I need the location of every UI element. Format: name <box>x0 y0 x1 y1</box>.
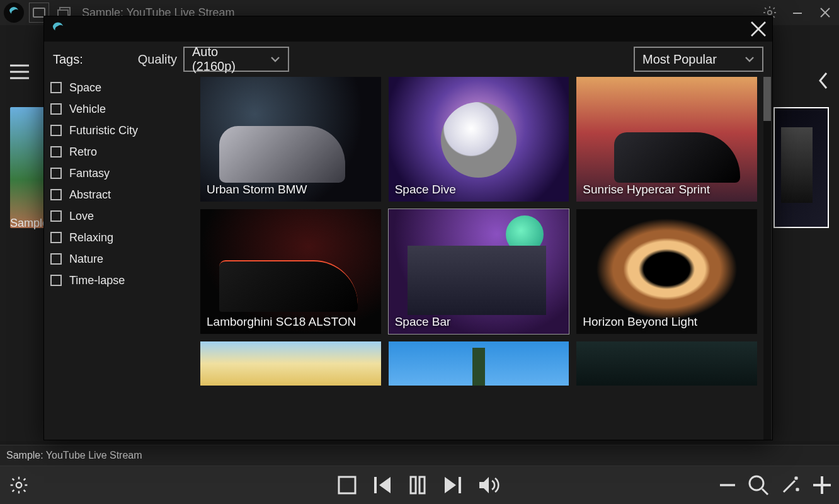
svg-rect-0 <box>33 8 45 17</box>
stop-button[interactable] <box>336 474 358 496</box>
tag-label: Time-lapse <box>69 274 125 287</box>
modal-logo-icon <box>49 20 67 38</box>
sort-select[interactable]: Most Popular <box>634 47 763 72</box>
tag-row[interactable]: Nature <box>50 248 194 270</box>
tag-row[interactable]: Love <box>50 205 194 227</box>
tag-row[interactable]: Futuristic City <box>50 120 194 141</box>
tag-label: Love <box>69 210 94 223</box>
gallery-card[interactable]: Urban Storm BMW <box>200 77 381 202</box>
card-title: Space Bar <box>395 315 451 329</box>
tags-header: Tags: <box>53 52 83 67</box>
scrollbar-thumb[interactable] <box>763 77 771 121</box>
card-title: Horizon Beyond Light <box>583 315 697 329</box>
previous-button[interactable] <box>372 474 393 496</box>
svg-marker-13 <box>379 477 391 493</box>
svg-point-3 <box>768 11 772 14</box>
checkbox[interactable] <box>50 82 62 93</box>
scene-thumbnail-left-label: Sample <box>10 217 49 230</box>
tag-label: Relaxing <box>69 231 113 244</box>
app-logo-icon <box>4 3 24 23</box>
checkbox[interactable] <box>50 103 62 115</box>
next-button[interactable] <box>442 474 464 496</box>
svg-rect-11 <box>339 477 355 493</box>
magic-wand-button[interactable] <box>780 474 801 496</box>
tag-label: Space <box>69 81 101 94</box>
checkbox[interactable] <box>50 189 62 200</box>
gallery-card[interactable]: Space Dive <box>389 77 569 202</box>
modal-close-button[interactable] <box>748 19 768 39</box>
tag-row[interactable]: Fantasy <box>50 163 194 184</box>
tag-label: Vehicle <box>69 103 106 116</box>
svg-point-20 <box>750 476 763 490</box>
checkbox[interactable] <box>50 232 62 243</box>
checkbox[interactable] <box>50 210 62 222</box>
tag-row[interactable]: Abstract <box>50 184 194 205</box>
zoom-out-button[interactable] <box>718 476 737 495</box>
card-thumbnail <box>200 341 381 386</box>
tag-row[interactable]: Space <box>50 77 194 98</box>
minimize-button[interactable] <box>784 0 811 25</box>
volume-button[interactable] <box>477 474 503 496</box>
svg-rect-14 <box>411 477 416 493</box>
svg-marker-18 <box>479 477 489 493</box>
gallery-card[interactable]: Horizon Beyond Light <box>576 209 757 334</box>
status-text: Sample: YouTube Live Stream <box>6 450 142 461</box>
tag-label: Futuristic City <box>69 124 138 137</box>
modal-header: Tags: Quality Auto (2160p) Most Popular <box>44 42 772 77</box>
svg-rect-12 <box>374 477 377 493</box>
card-title: Urban Storm BMW <box>207 183 307 197</box>
checkbox[interactable] <box>50 275 62 286</box>
svg-line-21 <box>762 489 768 495</box>
gallery-card[interactable] <box>576 341 757 386</box>
tag-label: Nature <box>69 253 103 266</box>
svg-point-10 <box>16 483 22 488</box>
scrollbar[interactable] <box>763 77 771 440</box>
close-button[interactable] <box>811 0 839 25</box>
tag-label: Retro <box>69 146 97 159</box>
gallery-card[interactable]: Sunrise Hypercar Sprint <box>576 77 757 202</box>
gallery-modal: Tags: Quality Auto (2160p) Most Popular … <box>44 16 772 440</box>
settings-button[interactable] <box>9 475 29 495</box>
sort-select-value: Most Popular <box>642 52 717 67</box>
quality-label: Quality <box>138 52 177 67</box>
control-bar <box>0 466 839 504</box>
checkbox[interactable] <box>50 253 62 265</box>
svg-marker-16 <box>445 477 456 493</box>
hamburger-menu-button[interactable] <box>9 63 30 81</box>
chevron-down-icon <box>745 55 755 63</box>
card-thumbnail <box>389 341 569 386</box>
checkbox[interactable] <box>50 146 62 158</box>
gallery-grid: Urban Storm BMWSpace DiveSunrise Hyperca… <box>200 77 761 440</box>
checkbox[interactable] <box>50 168 62 179</box>
svg-line-22 <box>784 481 795 492</box>
tag-row[interactable]: Retro <box>50 141 194 163</box>
gallery-card[interactable]: Space Bar <box>389 209 569 334</box>
card-title: Space Dive <box>395 183 456 197</box>
tag-row[interactable]: Time-lapse <box>50 270 194 291</box>
pause-button[interactable] <box>407 474 428 496</box>
scene-thumbnail-right[interactable] <box>773 107 829 228</box>
quality-select[interactable]: Auto (2160p) <box>183 47 289 72</box>
tags-pane: SpaceVehicleFuturistic CityRetroFantasyA… <box>44 77 200 440</box>
status-bar: Sample: YouTube Live Stream <box>0 445 839 466</box>
gallery-card[interactable] <box>200 341 381 386</box>
chevron-right-icon[interactable] <box>818 72 829 89</box>
tag-row[interactable]: Relaxing <box>50 227 194 248</box>
gallery-card[interactable]: Lamborghini SC18 ALSTON <box>200 209 381 334</box>
svg-rect-17 <box>459 477 461 493</box>
card-title: Lamborghini SC18 ALSTON <box>207 315 356 329</box>
tag-label: Abstract <box>69 188 111 202</box>
scene-thumbnail-left[interactable] <box>10 107 45 228</box>
checkbox[interactable] <box>50 125 62 136</box>
search-button[interactable] <box>747 474 770 496</box>
chevron-down-icon <box>270 55 280 63</box>
tag-label: Fantasy <box>69 167 110 180</box>
gallery-card[interactable] <box>389 341 569 386</box>
quality-select-value: Auto (2160p) <box>192 45 259 74</box>
card-thumbnail <box>576 341 757 386</box>
svg-rect-15 <box>420 477 425 493</box>
tag-row[interactable]: Vehicle <box>50 98 194 120</box>
add-button[interactable] <box>811 474 833 496</box>
modal-titlebar <box>44 16 772 42</box>
card-title: Sunrise Hypercar Sprint <box>583 183 710 197</box>
